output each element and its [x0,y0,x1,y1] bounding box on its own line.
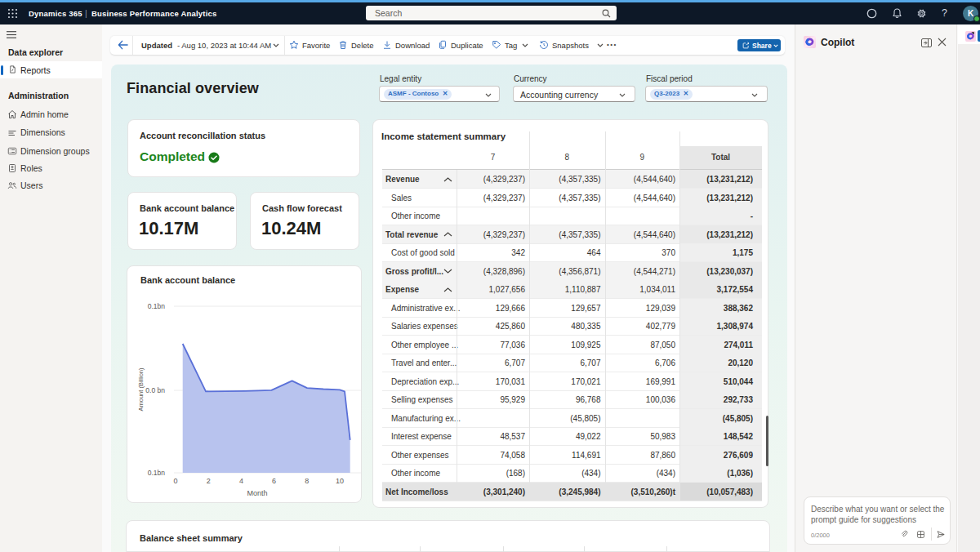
svg-text:Amount (Billion): Amount (Billion) [137,367,145,411]
svg-text:0.1bn: 0.1bn [148,302,166,310]
svg-text:0: 0 [173,477,177,485]
svg-text:Month: Month [247,489,267,497]
svg-text:10: 10 [336,477,344,485]
svg-text:2: 2 [207,477,211,485]
svg-text:6: 6 [272,477,276,485]
svg-text:4: 4 [239,477,243,485]
svg-text:0.0 bn: 0.0 bn [145,386,165,394]
svg-text:8: 8 [305,477,309,485]
svg-text:0.1bn: 0.1bn [148,469,166,477]
